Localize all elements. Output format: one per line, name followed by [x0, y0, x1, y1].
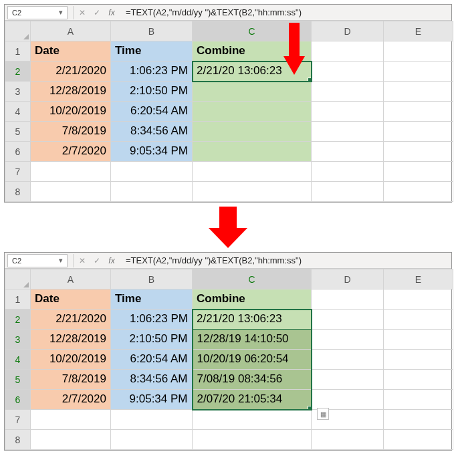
cell-time[interactable]: 2:10:50 PM	[111, 82, 193, 102]
cell-time[interactable]: 8:34:56 AM	[111, 370, 193, 390]
cell-combine[interactable]	[193, 82, 312, 102]
header-cell-time[interactable]: Time	[111, 289, 193, 310]
enter-icon[interactable]: ✓	[90, 256, 104, 265]
cell[interactable]	[312, 122, 384, 142]
cell[interactable]	[384, 330, 453, 350]
col-header-b[interactable]: B	[111, 269, 193, 289]
cell[interactable]	[193, 162, 312, 182]
row-header[interactable]: 8	[5, 430, 31, 450]
cell[interactable]	[312, 62, 384, 82]
cell[interactable]	[111, 430, 193, 450]
cancel-icon[interactable]: ✕	[75, 256, 90, 265]
row-header[interactable]: 7	[5, 410, 31, 430]
cell-date[interactable]: 2/7/2020	[31, 142, 111, 162]
name-box[interactable]: C2 ▾	[7, 254, 68, 267]
cell[interactable]	[31, 162, 111, 182]
col-header-e[interactable]: E	[384, 269, 453, 289]
cell-date[interactable]: 12/28/2019	[31, 82, 111, 102]
cell[interactable]	[312, 330, 384, 350]
cell[interactable]	[384, 370, 453, 390]
cell-combine[interactable]	[193, 142, 312, 162]
cell-combine-selected[interactable]: 10/20/19 06:20:54	[193, 350, 312, 370]
col-header-b[interactable]: B	[111, 21, 193, 41]
name-box[interactable]: C2 ▾	[7, 6, 68, 19]
row-header[interactable]: 5	[5, 370, 31, 390]
col-header-d[interactable]: D	[312, 269, 384, 289]
row-header[interactable]: 6	[5, 142, 31, 162]
header-cell-date[interactable]: Date	[31, 41, 111, 62]
spreadsheet-grid-before[interactable]: A B C D E 1 Date Time Combine 2 2/21/202…	[5, 21, 453, 202]
cell[interactable]	[312, 182, 384, 202]
cell[interactable]	[384, 41, 453, 62]
autofill-options-icon[interactable]: ▦	[317, 408, 329, 420]
row-header[interactable]: 2	[5, 62, 31, 82]
formula-input[interactable]: =TEXT(A2,"m/dd/yy ")&TEXT(B2,"hh:mm:ss")	[119, 7, 451, 17]
select-all-corner[interactable]	[5, 21, 31, 41]
cell-date[interactable]: 2/21/2020	[31, 62, 111, 82]
cell-date[interactable]: 10/20/2019	[31, 350, 111, 370]
cell-date[interactable]: 7/8/2019	[31, 122, 111, 142]
cell-time[interactable]: 6:20:54 AM	[111, 350, 193, 370]
cell[interactable]	[312, 310, 384, 330]
row-header[interactable]: 1	[5, 41, 31, 62]
cell-time[interactable]: 1:06:23 PM	[111, 62, 193, 82]
row-header[interactable]: 5	[5, 122, 31, 142]
header-cell-combine[interactable]: Combine	[193, 289, 312, 310]
cell[interactable]	[384, 162, 453, 182]
cell[interactable]	[312, 390, 384, 410]
cell[interactable]	[384, 102, 453, 122]
col-header-c[interactable]: C	[193, 269, 312, 289]
insert-function-icon[interactable]: fx	[104, 8, 119, 17]
col-header-d[interactable]: D	[312, 21, 384, 41]
cell[interactable]	[193, 430, 312, 450]
cell[interactable]	[312, 289, 384, 310]
cell-combine[interactable]	[193, 122, 312, 142]
row-header[interactable]: 7	[5, 162, 31, 182]
cell[interactable]	[111, 182, 193, 202]
cell[interactable]	[111, 162, 193, 182]
cell-time[interactable]: 1:06:23 PM	[111, 310, 193, 330]
cell[interactable]	[312, 142, 384, 162]
col-header-a[interactable]: A	[31, 21, 111, 41]
select-all-corner[interactable]	[5, 269, 31, 289]
cell-combine-selected[interactable]: 7/08/19 08:34:56	[193, 370, 312, 390]
cell-time[interactable]: 6:20:54 AM	[111, 102, 193, 122]
cell-time[interactable]: 9:05:34 PM	[111, 390, 193, 410]
cell[interactable]	[111, 410, 193, 430]
name-box-dropdown-icon[interactable]: ▾	[56, 8, 66, 17]
cell-time[interactable]: 2:10:50 PM	[111, 330, 193, 350]
insert-function-icon[interactable]: fx	[104, 256, 119, 265]
header-cell-time[interactable]: Time	[111, 41, 193, 62]
row-header[interactable]: 4	[5, 350, 31, 370]
cell-combine-selected[interactable]: 12/28/19 14:10:50	[193, 330, 312, 350]
row-header[interactable]: 8	[5, 182, 31, 202]
cell[interactable]	[312, 350, 384, 370]
col-header-e[interactable]: E	[384, 21, 453, 41]
formula-input[interactable]: =TEXT(A2,"m/dd/yy ")&TEXT(B2,"hh:mm:ss")	[119, 255, 451, 265]
cell[interactable]	[312, 82, 384, 102]
row-header[interactable]: 6	[5, 390, 31, 410]
enter-icon[interactable]: ✓	[90, 8, 104, 17]
cell[interactable]	[384, 430, 453, 450]
cancel-icon[interactable]: ✕	[75, 8, 90, 17]
cell[interactable]	[193, 410, 312, 430]
cell[interactable]	[312, 162, 384, 182]
cell[interactable]	[384, 289, 453, 310]
row-header[interactable]: 3	[5, 330, 31, 350]
row-header[interactable]: 4	[5, 102, 31, 122]
cell-combine-selected[interactable]: 2/07/20 21:05:34	[193, 390, 312, 410]
cell-date[interactable]: 2/21/2020	[31, 310, 111, 330]
cell[interactable]	[312, 102, 384, 122]
cell[interactable]	[384, 390, 453, 410]
cell[interactable]	[312, 430, 384, 450]
name-box-dropdown-icon[interactable]: ▾	[56, 256, 66, 265]
cell[interactable]	[384, 142, 453, 162]
cell[interactable]	[384, 410, 453, 430]
cell-date[interactable]: 2/7/2020	[31, 390, 111, 410]
row-header[interactable]: 3	[5, 82, 31, 102]
row-header[interactable]: 2	[5, 310, 31, 330]
cell[interactable]	[384, 310, 453, 330]
cell[interactable]	[31, 430, 111, 450]
spreadsheet-grid-after[interactable]: A B C D E 1 Date Time Combine 2 2/21/202…	[5, 269, 453, 450]
cell[interactable]	[384, 122, 453, 142]
